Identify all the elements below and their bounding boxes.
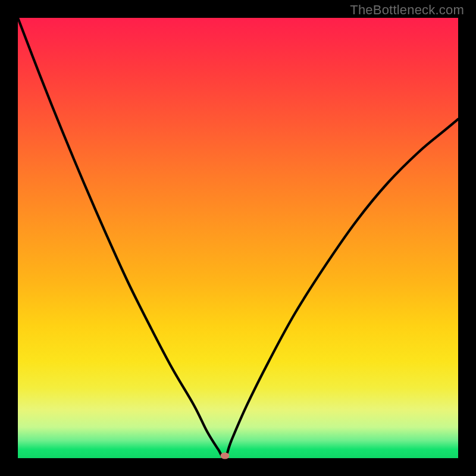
watermark-text: TheBottleneck.com	[350, 2, 464, 18]
optimal-point-marker	[220, 453, 229, 459]
bottleneck-curve	[18, 18, 458, 458]
chart-frame	[18, 18, 458, 458]
